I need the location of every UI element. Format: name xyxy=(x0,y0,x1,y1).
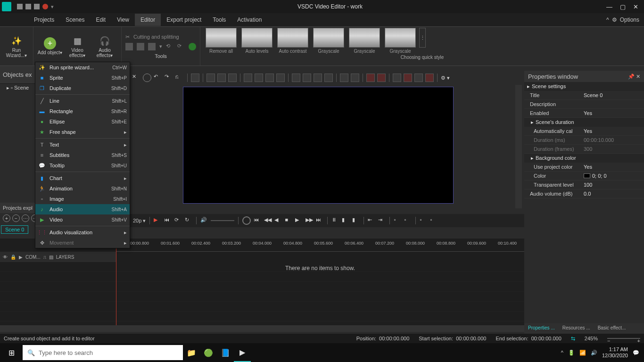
tool-icon[interactable]: ▫ xyxy=(404,217,412,224)
grid-icon[interactable] xyxy=(393,74,401,82)
grid-icon[interactable] xyxy=(414,74,423,82)
qa-icon[interactable] xyxy=(17,4,23,9)
prop-value[interactable]: Yes xyxy=(582,128,644,134)
jump-icon[interactable]: ⇥ xyxy=(378,217,386,224)
ctx-text[interactable]: TText▸ xyxy=(35,140,130,150)
volume-slider[interactable] xyxy=(211,220,234,221)
item-icon[interactable]: ⋯ xyxy=(22,214,29,222)
prop-value[interactable]: 0; 0; 0 xyxy=(582,173,644,179)
menu-export[interactable]: Export project xyxy=(161,14,207,26)
stop-icon[interactable]: ■ xyxy=(285,217,292,224)
ctx-subtitles[interactable]: ≡SubtitlesShift+S xyxy=(35,150,130,160)
group-icon[interactable] xyxy=(340,74,348,82)
menu-scenes[interactable]: Scenes xyxy=(60,14,90,26)
skip-prev-icon[interactable]: ⏮ xyxy=(254,217,261,224)
arrange-icon[interactable] xyxy=(324,74,333,82)
align-icon[interactable] xyxy=(265,74,274,82)
tool-icon[interactable] xyxy=(148,43,156,50)
ctx-rectangle[interactable]: ▬RectangleShift+R xyxy=(35,106,130,116)
prop-value[interactable]: 100 xyxy=(582,182,644,188)
arrange-icon[interactable] xyxy=(314,74,322,82)
ctx-animation[interactable]: 🏃AnimationShift+N xyxy=(35,183,130,194)
prop-category[interactable]: ▸Background color xyxy=(524,154,644,163)
prop-category[interactable]: ▸Scene settings xyxy=(524,82,644,91)
tb-icon[interactable] xyxy=(143,74,151,82)
skip-next-icon[interactable]: ⏭ xyxy=(316,217,323,224)
align-icon[interactable] xyxy=(206,74,215,82)
rotate-icon[interactable]: ⟳ xyxy=(177,43,185,50)
record-icon[interactable] xyxy=(42,4,48,9)
quick-style-thumb[interactable]: Auto levels xyxy=(240,28,274,54)
tb-icon[interactable]: ⎌ xyxy=(175,74,184,82)
quick-style-thumb[interactable]: Auto contrast xyxy=(276,28,310,54)
add-icon[interactable]: + xyxy=(3,214,10,222)
flag-icon[interactable]: ▶ xyxy=(19,255,23,260)
play-icon[interactable]: ▶ xyxy=(295,217,303,224)
menu-tools[interactable]: Tools xyxy=(207,14,231,26)
rotate-icon[interactable]: ⟲ xyxy=(166,43,173,50)
grid-icon[interactable] xyxy=(425,74,434,82)
ctx-run-sprite-wizard-[interactable]: ✨Run sprite wizard...Ctrl+W xyxy=(35,62,130,73)
tool-icon[interactable]: ▫ xyxy=(420,217,427,224)
resolution-dropdown[interactable]: 20p ▾ xyxy=(133,218,146,224)
arrange-icon[interactable] xyxy=(303,74,311,82)
run-wizard-button[interactable]: ✨ Run Wizard...▾ xyxy=(3,29,30,64)
taskbar-clock[interactable]: 1:17 AM 12/30/2020 xyxy=(602,346,628,359)
redo-icon[interactable]: ↷ xyxy=(165,74,173,82)
quick-style-thumb[interactable]: Grayscale xyxy=(383,28,417,54)
quick-style-thumb[interactable]: Grayscale xyxy=(312,28,346,54)
preview-icon[interactable] xyxy=(242,216,251,225)
tray-chevron-icon[interactable]: ^ xyxy=(561,350,563,355)
chrome-icon[interactable]: 🟢 xyxy=(200,343,217,362)
playhead[interactable] xyxy=(116,239,116,325)
prev-frame-icon[interactable]: ◀◀ xyxy=(264,217,272,224)
vsdc-icon[interactable]: ▶ xyxy=(234,343,251,362)
menu-activation[interactable]: Activation xyxy=(231,14,267,26)
ctx-audio-visualization[interactable]: ⋮⋮Audio visualization▸ xyxy=(35,227,130,238)
loop-icon[interactable]: ⟳ xyxy=(174,217,182,224)
minimize-button[interactable]: — xyxy=(606,3,612,10)
eye-icon[interactable]: 👁 xyxy=(3,255,8,260)
group-icon[interactable] xyxy=(351,74,359,82)
menu-edit[interactable]: Edit xyxy=(90,14,111,26)
maximize-button[interactable]: ▢ xyxy=(620,3,626,10)
prop-category[interactable]: ▸Scene's duration xyxy=(524,118,644,127)
record-icon[interactable]: ▶ xyxy=(154,217,161,224)
collapse-ribbon-icon[interactable]: ^ xyxy=(606,16,609,23)
video-canvas[interactable] xyxy=(183,87,454,204)
gear-icon[interactable]: ⚙ ▾ xyxy=(441,75,450,81)
prop-value[interactable]: Scene 0 xyxy=(582,92,644,98)
align-icon[interactable] xyxy=(217,74,226,82)
loop-icon[interactable]: ↻ xyxy=(185,217,192,224)
ctx-audio[interactable]: ♪AudioShift+A xyxy=(35,204,130,214)
grid-icon[interactable] xyxy=(377,74,386,82)
ctx-image[interactable]: ▫ImageShift+I xyxy=(35,194,130,204)
timeline-hscroll[interactable] xyxy=(0,325,524,332)
audio-effects-button[interactable]: 🎧 Audio effects▾ xyxy=(91,29,118,64)
grid-icon[interactable] xyxy=(366,74,375,82)
align-icon[interactable] xyxy=(244,74,252,82)
options-label[interactable]: Options xyxy=(620,16,639,23)
tool-icon[interactable]: ▾ xyxy=(159,43,162,49)
align-icon[interactable] xyxy=(255,74,263,82)
tab-properties[interactable]: Properties ... xyxy=(524,323,559,334)
tb-icon[interactable]: ✕ xyxy=(132,74,140,82)
volume-icon[interactable]: 🔊 xyxy=(200,217,208,224)
volume-icon[interactable]: 🔊 xyxy=(591,350,597,356)
battery-icon[interactable]: 🔋 xyxy=(568,350,575,356)
qa-icon[interactable] xyxy=(25,4,31,9)
selection-icon[interactable] xyxy=(191,74,199,82)
skip-start-icon[interactable]: ⏮ xyxy=(164,217,172,224)
prop-value[interactable]: 0.0 xyxy=(582,191,644,197)
start-button[interactable]: ⊞ xyxy=(0,343,23,362)
ctx-chart[interactable]: ▮Chart▸ xyxy=(35,173,130,183)
video-effects-button[interactable]: ▦ Video effects▾ xyxy=(64,29,91,64)
quick-style-thumb[interactable]: Grayscale xyxy=(347,28,381,54)
menu-editor[interactable]: Editor xyxy=(135,14,161,26)
timeline-ruler[interactable]: 00:00.80000:01.60000:02.40000:03.20000:0… xyxy=(116,239,524,252)
align-icon[interactable] xyxy=(276,74,285,82)
tool-icon[interactable] xyxy=(125,43,133,50)
step-fwd-icon[interactable]: ▶▶ xyxy=(305,217,313,224)
quick-style-more[interactable]: ⋮ xyxy=(419,28,426,48)
zoom-slider[interactable]: −+ xyxy=(607,338,640,339)
